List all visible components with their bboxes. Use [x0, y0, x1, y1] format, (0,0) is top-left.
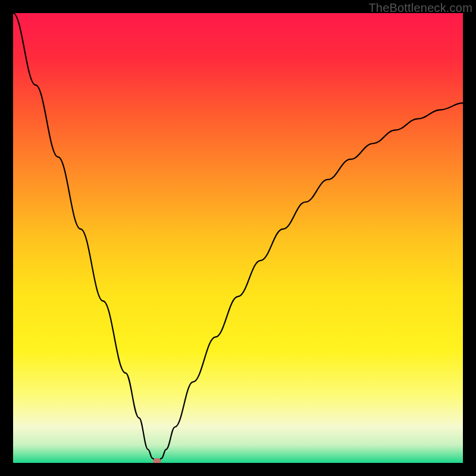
chart-background [13, 13, 463, 463]
chart-frame [13, 13, 463, 463]
watermark-text: TheBottleneck.com [368, 1, 472, 15]
bottleneck-chart [13, 13, 463, 463]
